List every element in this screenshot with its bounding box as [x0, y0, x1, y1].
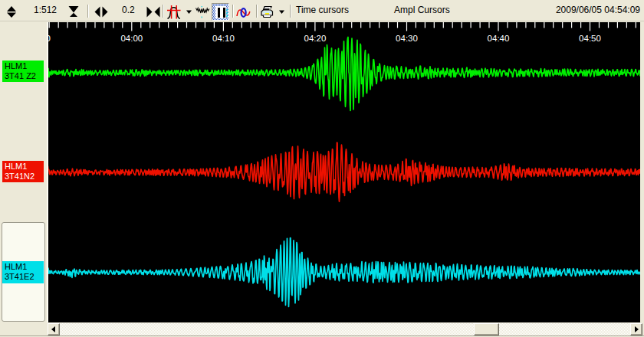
svg-text:04:20: 04:20	[304, 34, 327, 43]
svg-text:04:40: 04:40	[488, 34, 510, 43]
svg-text:04:50: 04:50	[579, 34, 601, 43]
svg-text:04:00: 04:00	[120, 34, 143, 43]
svg-text:03:50: 03:50	[48, 34, 51, 43]
svg-text:04:30: 04:30	[396, 34, 418, 43]
svg-text:04:10: 04:10	[212, 34, 235, 43]
